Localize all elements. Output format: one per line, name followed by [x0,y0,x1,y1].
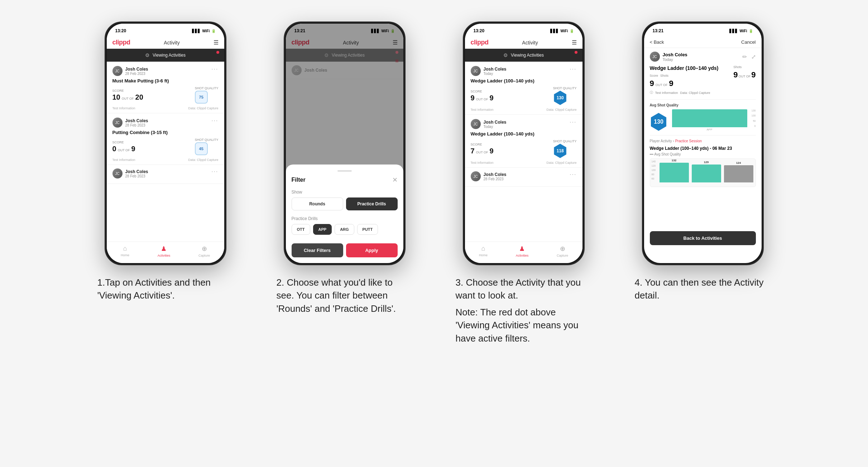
session-bar-1: 132 [660,159,689,182]
phone-1-screen: 13:20 ▋▋▋ WiFi 🔋 clippd Activity ☰ ⚙ [107,24,224,263]
nav-home-1[interactable]: ⌂ Home [121,245,129,257]
back-to-activities-btn-4[interactable]: Back to Activities [650,231,756,245]
card-header-3-1: JC Josh Coles Today ··· [471,66,577,76]
activity-card-1-1: JC Josh Coles 28 Feb 2023 ··· Must Make … [107,62,224,113]
dots-menu-3-2[interactable]: ··· [570,119,576,125]
avatar-1-1: JC [112,66,123,76]
user-name-1-2: Josh Coles [125,118,148,123]
detail-shots-val-4: 9 [669,79,673,88]
session-bar-2: 129 [692,161,721,182]
drill-btn-ott-2[interactable]: OTT [292,224,310,235]
filter-toggle-drills-2[interactable]: Practice Drills [346,197,398,210]
drill-btn-arg-2[interactable]: ARG [335,224,354,235]
chart-bar-app-4 [672,109,747,127]
phone-column-2: 13:21 ▋▋▋ WiFi 🔋 clippd Activity ☰ ⚙ [266,22,423,315]
nav-activities-3[interactable]: ♟ Activities [516,245,529,257]
wifi-icon-3: WiFi [560,29,568,33]
card-footer-3-2: Test Information Data: Clippd Capture [471,161,577,165]
wifi-icon-4: WiFi [739,29,747,33]
user-info-3-1: Josh Coles Today [484,67,507,76]
dots-menu-1-1[interactable]: ··· [211,66,218,72]
battery-icon-1: 🔋 [211,29,216,33]
logo-3: clippd [471,39,489,46]
sq-hex-3-2: 118 [553,144,567,158]
stat-score-val-3-1: 9 [471,94,475,102]
back-btn-4[interactable]: < Back [650,39,664,45]
card-user-3-1: JC Josh Coles Today [471,66,507,76]
session-bar-rect-3 [724,165,753,182]
detail-sq-shots-4: 9 [751,70,756,80]
data-source-1-2: Data: Clippd Capture [188,158,218,162]
nav-home-label-3: Home [479,253,488,257]
logo-1: clippd [112,39,130,46]
cancel-btn-4[interactable]: Cancel [741,39,756,45]
activity-card-3-2[interactable]: JC Josh Coles Today ··· Wedge Ladder (10… [465,115,582,168]
signal-icon-1: ▋▋▋ [192,29,201,33]
viewing-banner-1[interactable]: ⚙ Viewing Activities [107,49,224,62]
apply-btn-2[interactable]: Apply [346,243,398,257]
detail-sq-score-4: 9 [733,70,738,80]
nav-capture-1[interactable]: ⊕ Capture [198,245,210,257]
dots-menu-1-2[interactable]: ··· [211,118,218,124]
card-header-1-3: JC Josh Coles 28 Feb 2023 ··· [112,168,219,178]
battery-icon-4: 🔋 [749,29,753,33]
dots-menu-3-3[interactable]: ··· [570,171,576,178]
user-name-3-3: Josh Coles [484,172,507,177]
filter-actions-2: Clear Filters Apply [292,243,398,257]
user-name-3-1: Josh Coles [484,67,507,72]
hamburger-icon-3[interactable]: ☰ [572,39,577,46]
stat-score-val-3-2: 7 [471,147,475,155]
card-stats-1-2: Score 0 OUT OF 9 Shot Quality 45 [112,138,219,155]
detail-action-icons-4: ✏ ⤢ [742,53,756,60]
stat-score-label-3-1: Score [471,90,494,93]
nav-capture-3[interactable]: ⊕ Capture [557,245,568,257]
detail-sq-outof-4: OUT OF [738,75,750,78]
viewing-banner-3[interactable]: ⚙ Viewing Activities [465,49,582,62]
header-title-3: Activity [522,40,538,46]
filter-toggle-rounds-2[interactable]: Rounds [292,197,343,210]
clear-filters-btn-2[interactable]: Clear Filters [292,243,343,257]
divider-4 [650,99,756,100]
test-info-3-2: Test Information [471,161,494,165]
filter-close-2[interactable]: ✕ [392,176,398,184]
caption-2: 2. Choose what you'd like to see. You ca… [277,276,413,315]
header-title-1: Activity [164,40,179,46]
activity-card-3-1[interactable]: JC Josh Coles Today ··· Wedge Ladder (10… [465,62,582,115]
data-clippd-4: Data: Clippd Capture [680,91,710,95]
wifi-icon-1: WiFi [202,29,210,33]
detail-shots-label-4: Shots [660,74,668,77]
drill-btn-app-2[interactable]: APP [313,224,332,235]
chart-label-app-4: APP [672,128,756,131]
nav-activities-label-3: Activities [516,254,529,257]
phone-3-screen: 13:20 ▋▋▋ WiFi 🔋 clippd Activity ☰ ⚙ [465,24,582,263]
avatar-3-2: JC [471,119,481,129]
banner-text-3: Viewing Activities [511,53,544,58]
nav-home-3[interactable]: ⌂ Home [479,245,488,257]
y-label-130: 130 [752,109,756,112]
app-header-1: clippd Activity ☰ [107,37,224,49]
activities-icon-3: ♟ [519,245,525,253]
hamburger-icon-1[interactable]: ☰ [214,39,219,46]
data-source-3-1: Data: Clippd Capture [546,108,576,111]
time-4: 13:21 [653,28,664,33]
phone-column-4: 13:21 ▋▋▋ WiFi 🔋 < Back Cancel JC [624,22,782,302]
phone-1: 13:20 ▋▋▋ WiFi 🔋 clippd Activity ☰ ⚙ [105,22,226,265]
edit-icon-4[interactable]: ✏ [742,53,747,60]
user-info-1-2: Josh Coles 28 Feb 2023 [125,118,148,127]
nav-capture-label-3: Capture [557,254,568,257]
session-bar-val-1: 132 [672,159,676,162]
dots-menu-1-3[interactable]: ··· [211,168,218,175]
caption-1: 1.Tap on Activities and then 'Viewing Ac… [97,276,234,302]
status-bar-1: 13:20 ▋▋▋ WiFi 🔋 [107,24,224,37]
drill-btn-putt-2[interactable]: PUTT [357,224,378,235]
nav-home-label-1: Home [121,253,129,257]
avatar-3-3: JC [471,171,481,181]
sq-badge-large-4: 130 [650,113,668,131]
card-title-1-2: Putting Combine (3-15 ft) [112,130,219,135]
dots-menu-3-1[interactable]: ··· [570,66,576,72]
detail-user-info-4: Josh Coles Today [663,52,687,62]
chart-bar-area-4 [672,109,756,127]
nav-activities-1[interactable]: ♟ Activities [158,245,171,257]
red-dot-3 [575,51,577,54]
expand-icon-4[interactable]: ⤢ [751,53,756,60]
